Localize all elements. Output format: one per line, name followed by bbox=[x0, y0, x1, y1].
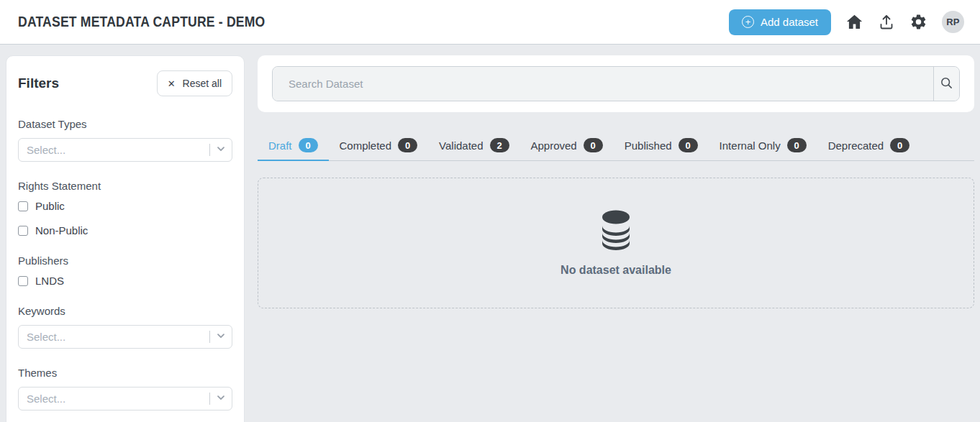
home-icon bbox=[845, 13, 863, 31]
checkbox-public[interactable] bbox=[18, 201, 28, 211]
checkbox-lnds[interactable] bbox=[18, 276, 28, 286]
tab-count-badge: 0 bbox=[787, 138, 807, 152]
content-area: Filters ✕ Reset all Dataset Types Select… bbox=[0, 45, 980, 422]
tab-count-badge: 0 bbox=[299, 138, 318, 152]
plus-circle-icon: + bbox=[742, 16, 754, 28]
checkbox-row-non-public[interactable]: Non-Public bbox=[18, 224, 232, 237]
avatar-initials: RP bbox=[946, 17, 960, 27]
home-button[interactable] bbox=[845, 13, 863, 31]
reset-all-label: Reset all bbox=[183, 78, 222, 89]
select-placeholder: Select... bbox=[27, 144, 65, 156]
checkbox-row-public[interactable]: Public bbox=[18, 200, 232, 212]
tab-count-badge: 0 bbox=[584, 138, 603, 152]
select-controls bbox=[209, 144, 226, 157]
publishers-label: Publishers bbox=[18, 254, 232, 267]
dataset-types-select[interactable]: Select... bbox=[18, 138, 232, 162]
tab-label: Validated bbox=[439, 139, 483, 152]
checkbox-row-lnds[interactable]: LNDS bbox=[18, 275, 232, 287]
checkbox-label-non-public: Non-Public bbox=[35, 224, 88, 237]
search-input[interactable] bbox=[273, 67, 933, 101]
upload-icon bbox=[878, 13, 895, 31]
header-actions: + Add dataset bbox=[729, 9, 964, 35]
tab-count-badge: 0 bbox=[679, 138, 698, 152]
themes-label: Themes bbox=[18, 367, 232, 379]
settings-button[interactable] bbox=[909, 13, 927, 31]
database-icon bbox=[599, 210, 633, 254]
tab-label: Approved bbox=[531, 139, 577, 152]
upload-button[interactable] bbox=[878, 13, 895, 31]
tab-label: Completed bbox=[340, 139, 392, 152]
search-bar bbox=[272, 66, 960, 101]
filter-group-keywords: Keywords Select... bbox=[18, 305, 232, 349]
page-title: DATASET METADATA CAPTURE - DEMO bbox=[18, 14, 265, 30]
tab-validated[interactable]: Validated 2 bbox=[428, 132, 520, 160]
tab-published[interactable]: Published 0 bbox=[614, 132, 709, 160]
checkbox-non-public[interactable] bbox=[18, 226, 28, 236]
add-dataset-label: Add dataset bbox=[761, 16, 818, 28]
add-dataset-button[interactable]: + Add dataset bbox=[729, 9, 831, 35]
chevron-down-icon[interactable] bbox=[216, 331, 226, 344]
chevron-down-icon[interactable] bbox=[216, 144, 226, 157]
main-panel: Draft 0 Completed 0 Validated 2 Approved… bbox=[258, 55, 974, 308]
select-separator bbox=[209, 393, 210, 405]
chevron-down-icon[interactable] bbox=[216, 393, 226, 405]
rights-statement-label: Rights Statement bbox=[18, 180, 232, 192]
tab-label: Deprecated bbox=[828, 139, 884, 152]
tab-count-badge: 0 bbox=[398, 138, 417, 152]
filters-header: Filters ✕ Reset all bbox=[18, 70, 232, 96]
tab-label: Draft bbox=[268, 139, 292, 152]
keywords-label: Keywords bbox=[18, 305, 232, 317]
user-avatar[interactable]: RP bbox=[942, 11, 964, 33]
status-tabs: Draft 0 Completed 0 Validated 2 Approved… bbox=[258, 132, 974, 161]
tab-deprecated[interactable]: Deprecated 0 bbox=[817, 132, 921, 160]
filters-panel: Filters ✕ Reset all Dataset Types Select… bbox=[6, 55, 245, 422]
tab-count-badge: 0 bbox=[890, 138, 909, 152]
close-icon: ✕ bbox=[168, 79, 176, 88]
select-placeholder: Select... bbox=[27, 393, 65, 405]
select-separator bbox=[209, 144, 210, 156]
tab-completed[interactable]: Completed 0 bbox=[329, 132, 429, 160]
tab-label: Published bbox=[625, 139, 672, 152]
keywords-select[interactable]: Select... bbox=[18, 325, 232, 349]
tab-draft[interactable]: Draft 0 bbox=[258, 132, 329, 160]
gear-icon bbox=[909, 13, 927, 31]
search-button[interactable] bbox=[933, 67, 959, 101]
tab-label: Internal Only bbox=[720, 139, 781, 152]
filter-group-themes: Themes Select... bbox=[18, 367, 232, 410]
search-card bbox=[258, 55, 974, 112]
select-separator bbox=[209, 331, 210, 343]
checkbox-label-lnds: LNDS bbox=[35, 275, 64, 287]
filter-group-rights-statement: Rights Statement Public Non-Public bbox=[18, 180, 232, 237]
reset-all-button[interactable]: ✕ Reset all bbox=[157, 70, 232, 96]
tab-internal-only[interactable]: Internal Only 0 bbox=[709, 132, 817, 160]
dataset-types-label: Dataset Types bbox=[18, 118, 232, 130]
empty-state-message: No dataset available bbox=[561, 264, 671, 277]
filter-group-dataset-types: Dataset Types Select... bbox=[18, 118, 232, 162]
select-controls bbox=[209, 331, 226, 344]
app-header: DATASET METADATA CAPTURE - DEMO + Add da… bbox=[0, 0, 980, 45]
select-placeholder: Select... bbox=[27, 331, 65, 343]
select-controls bbox=[209, 393, 226, 405]
filter-group-publishers: Publishers LNDS bbox=[18, 254, 232, 287]
checkbox-label-public: Public bbox=[35, 200, 65, 212]
tab-approved[interactable]: Approved 0 bbox=[520, 132, 614, 160]
filters-title: Filters bbox=[18, 75, 59, 91]
search-icon bbox=[940, 76, 953, 92]
tab-count-badge: 2 bbox=[490, 138, 509, 152]
themes-select[interactable]: Select... bbox=[18, 387, 232, 410]
empty-state: No dataset available bbox=[258, 178, 974, 308]
